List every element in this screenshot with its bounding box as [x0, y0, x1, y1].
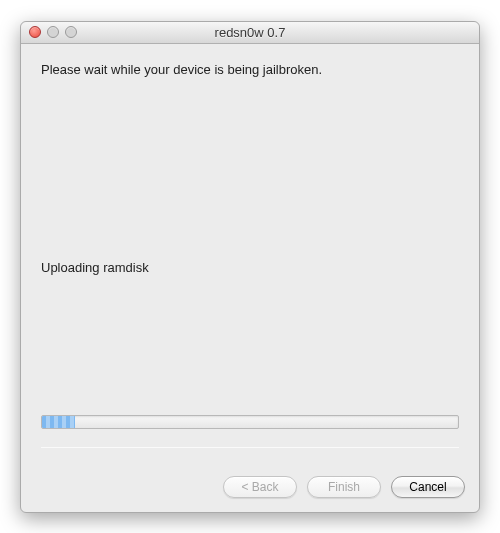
cancel-button[interactable]: Cancel	[391, 476, 465, 498]
status-text: Uploading ramdisk	[41, 260, 459, 275]
back-button: < Back	[223, 476, 297, 498]
button-row: < Back Finish Cancel	[21, 466, 479, 512]
titlebar: redsn0w 0.7	[21, 22, 479, 44]
zoom-icon	[65, 26, 77, 38]
instruction-text: Please wait while your device is being j…	[41, 62, 459, 77]
close-icon[interactable]	[29, 26, 41, 38]
app-window: redsn0w 0.7 Please wait while your devic…	[20, 21, 480, 513]
content-area: Please wait while your device is being j…	[21, 44, 479, 466]
separator	[41, 447, 459, 448]
finish-button: Finish	[307, 476, 381, 498]
progress-container	[41, 415, 459, 429]
progress-fill	[42, 416, 75, 428]
minimize-icon	[47, 26, 59, 38]
window-controls	[21, 26, 77, 38]
progress-bar	[41, 415, 459, 429]
window-title: redsn0w 0.7	[21, 25, 479, 40]
